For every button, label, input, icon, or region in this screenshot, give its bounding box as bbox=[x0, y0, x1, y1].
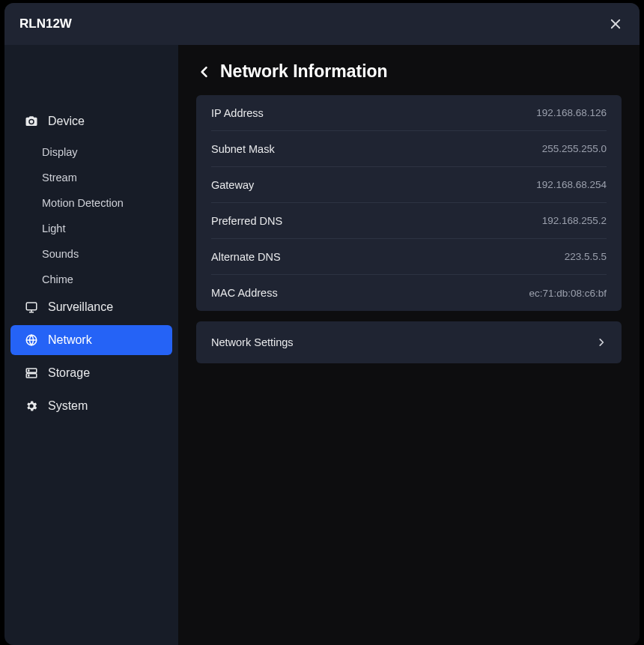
sidebar-item-device[interactable]: Device bbox=[10, 106, 172, 136]
settings-modal: RLN12W Device Display bbox=[4, 3, 640, 645]
info-label: Preferred DNS bbox=[211, 215, 282, 227]
page-title: Network Information bbox=[220, 61, 388, 82]
sidebar-sub-label: Sounds bbox=[42, 248, 79, 260]
globe-icon bbox=[24, 333, 39, 348]
sidebar-item-storage[interactable]: Storage bbox=[10, 358, 172, 388]
info-row-mac: MAC Address ec:71:db:08:c6:bf bbox=[211, 275, 607, 311]
info-row-gateway: Gateway 192.168.68.254 bbox=[211, 167, 607, 203]
titlebar: RLN12W bbox=[4, 3, 640, 45]
sidebar-item-label: System bbox=[48, 399, 88, 413]
sidebar-item-label: Surveillance bbox=[48, 300, 113, 314]
device-title: RLN12W bbox=[19, 16, 72, 31]
sidebar-sub-label: Display bbox=[42, 146, 78, 158]
sidebar-sub-label: Light bbox=[42, 222, 65, 234]
info-row-subnet: Subnet Mask 255.255.255.0 bbox=[211, 131, 607, 167]
info-value: 192.168.255.2 bbox=[542, 215, 607, 226]
page-header: Network Information bbox=[196, 45, 622, 95]
info-value: ec:71:db:08:c6:bf bbox=[529, 288, 607, 299]
sidebar-sub-light[interactable]: Light bbox=[4, 216, 178, 241]
info-row-preferred-dns: Preferred DNS 192.168.255.2 bbox=[211, 203, 607, 239]
info-label: Gateway bbox=[211, 179, 254, 191]
info-value: 223.5.5.5 bbox=[565, 251, 607, 262]
chevron-right-icon bbox=[596, 337, 607, 348]
info-value: 255.255.255.0 bbox=[542, 143, 607, 154]
sidebar-item-system[interactable]: System bbox=[10, 391, 172, 421]
sidebar-sub-stream[interactable]: Stream bbox=[4, 165, 178, 190]
svg-point-10 bbox=[28, 375, 29, 376]
storage-icon bbox=[24, 366, 39, 381]
svg-rect-2 bbox=[26, 303, 37, 310]
back-button[interactable] bbox=[196, 64, 213, 80]
info-row-ip: IP Address 192.168.68.126 bbox=[211, 95, 607, 131]
close-icon bbox=[609, 17, 622, 31]
info-label: IP Address bbox=[211, 107, 264, 119]
info-value: 192.168.68.126 bbox=[536, 107, 607, 118]
gear-icon bbox=[24, 399, 39, 414]
info-label: Subnet Mask bbox=[211, 143, 275, 155]
sidebar-sub-label: Stream bbox=[42, 172, 77, 184]
sidebar-sub-label: Motion Detection bbox=[42, 197, 124, 209]
sidebar-item-label: Network bbox=[48, 333, 92, 347]
monitor-icon bbox=[24, 300, 39, 315]
sidebar-item-label: Device bbox=[48, 115, 85, 128]
sidebar: Device Display Stream Motion Detection L… bbox=[4, 45, 178, 645]
sidebar-sub-motion-detection[interactable]: Motion Detection bbox=[4, 190, 178, 216]
info-label: MAC Address bbox=[211, 287, 278, 299]
info-value: 192.168.68.254 bbox=[536, 179, 607, 190]
sidebar-sub-sounds[interactable]: Sounds bbox=[4, 241, 178, 267]
camera-icon bbox=[24, 114, 39, 129]
content-area: Network Information IP Address 192.168.6… bbox=[178, 45, 640, 645]
link-label: Network Settings bbox=[211, 336, 294, 348]
sidebar-item-surveillance[interactable]: Surveillance bbox=[10, 292, 172, 322]
chevron-left-icon bbox=[197, 64, 212, 79]
sidebar-item-label: Storage bbox=[48, 366, 90, 380]
svg-point-9 bbox=[28, 370, 29, 371]
modal-body: Device Display Stream Motion Detection L… bbox=[4, 45, 640, 645]
sidebar-item-network[interactable]: Network bbox=[10, 325, 172, 355]
close-button[interactable] bbox=[605, 13, 626, 34]
info-label: Alternate DNS bbox=[211, 251, 281, 263]
sidebar-sub-label: Chime bbox=[42, 273, 73, 285]
network-info-card: IP Address 192.168.68.126 Subnet Mask 25… bbox=[196, 95, 622, 311]
network-settings-link[interactable]: Network Settings bbox=[196, 321, 622, 363]
info-row-alternate-dns: Alternate DNS 223.5.5.5 bbox=[211, 239, 607, 275]
sidebar-sub-chime[interactable]: Chime bbox=[4, 267, 178, 292]
sidebar-sub-display[interactable]: Display bbox=[4, 139, 178, 165]
